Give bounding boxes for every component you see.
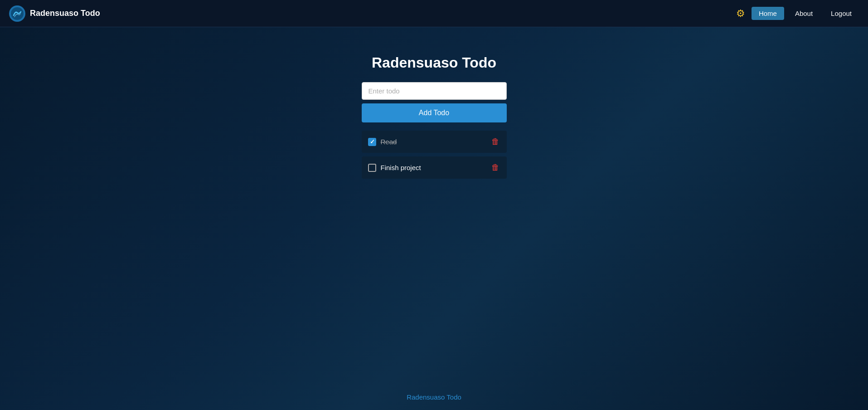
nav-link-home[interactable]: Home: [752, 7, 784, 20]
todo-container: Add Todo Read 🗑 Finish project �: [362, 82, 507, 179]
main-content: Radensuaso Todo Add Todo Read 🗑 Finish p…: [0, 27, 868, 384]
delete-todo-2-button[interactable]: 🗑: [490, 162, 500, 173]
delete-todo-1-button[interactable]: 🗑: [490, 136, 500, 147]
footer: Radensuaso Todo: [0, 384, 868, 410]
brand-logo-icon: [9, 5, 25, 22]
todo-item: Read 🗑: [362, 131, 507, 153]
nav-link-logout[interactable]: Logout: [824, 7, 859, 20]
footer-text: Radensuaso Todo: [407, 393, 461, 401]
todo-checkbox-1[interactable]: [368, 138, 376, 146]
brand: Radensuaso Todo: [9, 5, 100, 22]
add-todo-button[interactable]: Add Todo: [362, 103, 507, 122]
trash-icon-2: 🗑: [491, 163, 499, 172]
navbar-right: ⚙ Home About Logout: [733, 6, 859, 21]
brand-name: Radensuaso Todo: [30, 9, 100, 18]
settings-icon[interactable]: ⚙: [733, 6, 748, 21]
todo-item: Finish project 🗑: [362, 156, 507, 179]
navbar: Radensuaso Todo ⚙ Home About Logout: [0, 0, 868, 27]
todo-label-2: Finish project: [381, 164, 421, 171]
nav-link-about[interactable]: About: [788, 7, 820, 20]
todo-input[interactable]: [362, 82, 507, 100]
todo-checkbox-2[interactable]: [368, 164, 376, 172]
trash-icon-1: 🗑: [491, 137, 499, 146]
page-title: Radensuaso Todo: [372, 54, 496, 71]
todo-label-1: Read: [381, 138, 397, 146]
todo-list: Read 🗑 Finish project 🗑: [362, 131, 507, 179]
svg-point-1: [11, 7, 24, 20]
